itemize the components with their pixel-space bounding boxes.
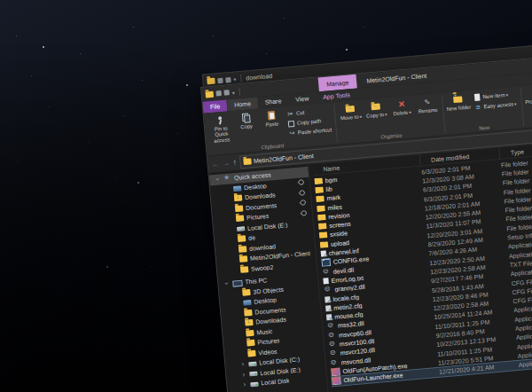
folder-icon <box>316 196 325 203</box>
chevron-icon[interactable] <box>237 333 243 334</box>
scissors-icon <box>286 109 295 118</box>
app-icon <box>321 257 331 267</box>
chevron-icon[interactable]: › <box>214 176 223 184</box>
cfg-icon <box>325 304 332 311</box>
chevron-icon[interactable]: › <box>240 370 247 379</box>
chevron-icon[interactable] <box>228 230 234 231</box>
forward-button[interactable]: → <box>222 159 231 168</box>
explorer-window: ▾ Manage Metin2OldFun - Client File Home… <box>200 35 532 392</box>
dll-icon <box>322 269 331 276</box>
chevron-icon[interactable] <box>230 249 236 250</box>
dll-icon <box>330 359 339 366</box>
music-icon <box>246 330 254 337</box>
pin-icon <box>298 179 305 186</box>
folder-icon <box>317 205 325 212</box>
chevron-icon[interactable]: › <box>241 380 248 389</box>
explorer-app-icon <box>205 90 214 98</box>
chevron-icon[interactable] <box>231 260 237 261</box>
folder-icon <box>315 186 324 193</box>
chevron-icon[interactable] <box>236 324 242 325</box>
new-folder-button[interactable]: New folder <box>445 92 472 113</box>
pin-icon <box>215 114 226 126</box>
address-path: Metin2OldFun - Client <box>254 153 314 164</box>
copy-button[interactable]: Copy <box>233 110 260 130</box>
back-button[interactable]: ← <box>211 160 220 169</box>
desktop-icon <box>233 185 241 192</box>
pin-to-quick-access-button[interactable]: Pin to Quick access <box>207 113 235 144</box>
chevron-icon[interactable] <box>225 199 231 200</box>
drive-icon <box>250 381 258 387</box>
delete-x-icon <box>395 98 407 110</box>
videos-icon <box>247 349 256 357</box>
folder-icon <box>240 266 249 273</box>
desktop-icon <box>243 300 251 306</box>
divider <box>240 74 242 82</box>
chevron-icon[interactable] <box>231 270 238 270</box>
dll-icon <box>327 323 336 330</box>
stars <box>0 0 2 2</box>
chevron-icon[interactable] <box>235 313 241 314</box>
documents-icon <box>244 310 253 317</box>
move-to-icon <box>345 103 356 114</box>
chevron-down-icon[interactable]: ▾ <box>231 89 235 95</box>
window-title: Metin2OldFun - Client <box>366 72 426 83</box>
folder3d-icon <box>242 289 251 296</box>
drive-icon <box>248 361 256 366</box>
chevron-icon[interactable] <box>238 344 244 345</box>
move-to-button[interactable]: Move to <box>338 101 364 122</box>
chevron-icon[interactable] <box>227 219 233 220</box>
delete-button[interactable]: Delete <box>388 97 415 117</box>
pin-icon <box>299 189 306 196</box>
folder-icon <box>207 78 215 85</box>
file-list: bgm 6/3/2020 2:01 PM File folder lib 12/… <box>313 134 532 392</box>
chevron-icon[interactable] <box>224 189 231 190</box>
downloads-icon <box>245 319 254 326</box>
copy-path-icon <box>287 119 296 128</box>
chevron-icon[interactable] <box>229 239 235 240</box>
setup-icon <box>321 249 327 256</box>
stars <box>0 0 1 1</box>
chevron-icon[interactable]: › <box>223 280 231 287</box>
dll-icon <box>330 350 339 357</box>
shortcut-arrow-icon <box>288 129 297 137</box>
quick-access-toolbar-icon[interactable] <box>217 77 223 83</box>
rename-icon <box>421 96 433 107</box>
divider <box>239 88 240 96</box>
dll-icon <box>329 341 338 349</box>
copy-icon <box>240 112 252 123</box>
downloads-icon <box>234 195 243 202</box>
folder-icon <box>239 255 248 263</box>
new-folder-icon <box>452 93 464 105</box>
quick-access-toolbar-icon[interactable] <box>215 90 222 97</box>
pin-icon <box>300 199 307 206</box>
group-label-open: Open <box>526 116 532 128</box>
computer-icon <box>232 279 243 286</box>
properties-button[interactable]: Properties <box>523 85 532 106</box>
window-group: ▾ download ▾ Manage Metin2OldFun - Clien… <box>200 35 532 392</box>
chevron-icon[interactable] <box>233 293 239 294</box>
chevron-icon[interactable] <box>234 303 240 304</box>
documents-icon <box>235 205 244 212</box>
chevron-icon[interactable] <box>239 354 245 355</box>
pictures-icon <box>236 216 245 223</box>
file-pane: Name Date modified Type bgm <box>309 122 532 392</box>
pictures-icon <box>246 340 255 347</box>
easy-access-icon <box>473 103 482 112</box>
chevron-icon[interactable]: › <box>239 360 246 369</box>
quick-access-toolbar-icon[interactable] <box>225 76 231 82</box>
quick-access-toolbar-icon[interactable] <box>223 90 230 96</box>
up-button[interactable]: ↑ <box>232 158 237 166</box>
copy-to-button[interactable]: Copy to <box>363 99 389 120</box>
new-item-icon <box>473 93 481 102</box>
chevron-down-icon[interactable]: ▾ <box>233 75 237 82</box>
copy-to-icon <box>371 100 382 112</box>
folder-icon <box>318 223 327 230</box>
folder-icon <box>239 246 247 253</box>
paste-button[interactable]: Paste <box>259 108 286 129</box>
drive-icon <box>237 226 245 231</box>
app2-icon <box>332 376 341 386</box>
chevron-icon[interactable] <box>226 209 232 210</box>
app2-icon <box>331 366 340 376</box>
rename-button[interactable]: Rename <box>414 95 441 115</box>
folder-icon <box>238 235 246 242</box>
